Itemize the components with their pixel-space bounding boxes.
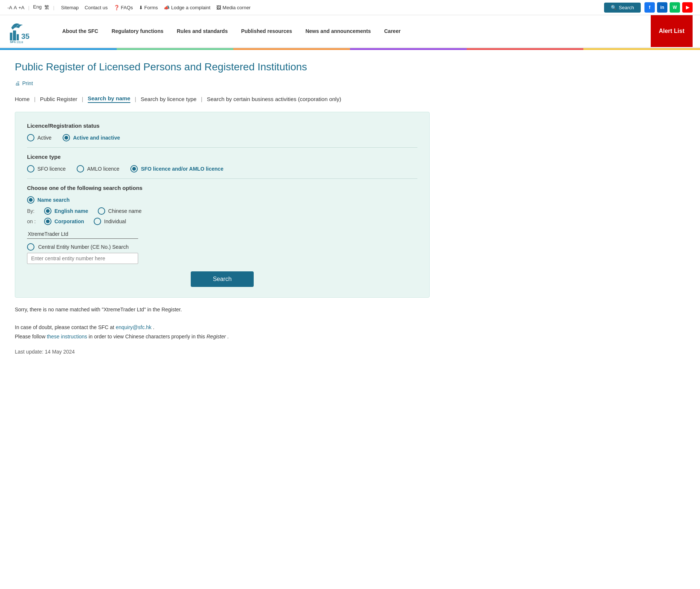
ce-search-input[interactable] xyxy=(27,253,138,264)
status-active-inactive-option[interactable]: Active and inactive xyxy=(63,134,120,141)
licence-type-section: Licence type SFO licence AMLO licence SF… xyxy=(27,154,417,173)
facebook-icon[interactable]: f xyxy=(644,2,655,13)
breadcrumb: Home | Public Register | Search by name … xyxy=(15,95,430,103)
chinese-name-option[interactable]: Chinese name xyxy=(98,207,141,215)
font-increase[interactable]: +A xyxy=(19,5,24,10)
chinese-name-radio[interactable] xyxy=(98,207,105,215)
forms-icon: ⬇ xyxy=(139,5,143,10)
licence-amlo-radio[interactable] xyxy=(77,165,84,173)
instructions-link[interactable]: these instructions xyxy=(47,334,87,339)
english-name-option[interactable]: English name xyxy=(44,207,88,215)
last-update: Last update: 14 May 2024 xyxy=(15,349,430,355)
lang-eng[interactable]: Eng xyxy=(33,4,41,11)
nav-color-bar xyxy=(0,48,700,50)
divider1 xyxy=(27,147,417,148)
by-row: By: English name Chinese name xyxy=(27,207,417,215)
status-radio-row: Active Active and inactive xyxy=(27,134,417,141)
language-switcher: Eng 繁 xyxy=(33,4,49,11)
licence-sfo-amlo-label: SFO licence and/or AMLO licence xyxy=(141,166,223,172)
media-icon: 🖼 xyxy=(216,5,221,10)
licence-type-radio-row: SFO licence AMLO licence SFO licence and… xyxy=(27,165,417,173)
licence-sfo-amlo-radio[interactable] xyxy=(130,165,138,173)
top-search-button[interactable]: 🔍 Search xyxy=(604,3,641,13)
breadcrumb-sep4: | xyxy=(201,96,203,102)
search-button[interactable]: Search xyxy=(191,271,254,287)
faq-icon: ❓ xyxy=(114,5,120,10)
svg-text:SFC: SFC xyxy=(10,40,16,44)
name-search-input[interactable] xyxy=(27,230,138,239)
divider2 xyxy=(27,178,417,179)
page-content: Public Register of Licensed Persons and … xyxy=(0,50,444,366)
page-title: Public Register of Licensed Persons and … xyxy=(15,61,430,73)
corporation-radio[interactable] xyxy=(44,218,51,225)
breadcrumb-home[interactable]: Home xyxy=(15,96,30,102)
contact-line1: In case of doubt, please contact the SFC… xyxy=(15,323,430,332)
svg-rect-2 xyxy=(17,34,19,40)
licence-amlo-option[interactable]: AMLO licence xyxy=(77,165,119,173)
utility-links: Sitemap Contact us ❓ FAQs ⬇ Forms 📣 Lodg… xyxy=(61,5,251,10)
sep2: | xyxy=(53,5,54,10)
nav-news[interactable]: News and announcements xyxy=(299,15,378,48)
status-active-radio[interactable] xyxy=(27,134,34,141)
result-message: Sorry, there is no name matched with "Xt… xyxy=(15,307,430,312)
corporation-option[interactable]: Corporation xyxy=(44,218,84,225)
search-options-label: Choose one of the following search optio… xyxy=(27,185,417,191)
breadcrumb-sep3: | xyxy=(135,96,136,102)
breadcrumb-search-name[interactable]: Search by name xyxy=(88,95,130,103)
ce-search-radio[interactable] xyxy=(27,243,34,251)
nav-regulatory[interactable]: Regulatory functions xyxy=(105,15,170,48)
forms-link[interactable]: ⬇ Forms xyxy=(139,5,158,10)
individual-option[interactable]: Individual xyxy=(94,218,126,225)
linkedin-icon[interactable]: in xyxy=(657,2,667,13)
contact-link[interactable]: Contact us xyxy=(85,5,108,10)
breadcrumb-search-licence[interactable]: Search by licence type xyxy=(141,96,197,102)
corporation-label: Corporation xyxy=(54,218,84,224)
nav-about[interactable]: About the SFC xyxy=(56,15,105,48)
nav-career[interactable]: Career xyxy=(377,15,407,48)
top-bar: -A A +A | Eng 繁 | Sitemap Contact us ❓ F… xyxy=(0,0,700,15)
search-options-section: Choose one of the following search optio… xyxy=(27,185,417,264)
logo[interactable]: 35 SFC 證監會 xyxy=(7,15,52,47)
individual-label: Individual xyxy=(104,218,126,224)
main-nav: 35 SFC 證監會 About the SFC Regulatory func… xyxy=(0,15,700,48)
print-link[interactable]: 🖨 Print xyxy=(15,80,430,86)
youtube-icon[interactable]: ▶ xyxy=(682,2,693,13)
email-link[interactable]: enquiry@sfc.hk xyxy=(116,324,151,330)
licence-sfo-amlo-option[interactable]: SFO licence and/or AMLO licence xyxy=(130,165,223,173)
ce-row: Central Entity Number (CE No.) Search xyxy=(27,243,417,251)
social-icons: f in W ▶ xyxy=(644,2,693,13)
faqs-link[interactable]: ❓ FAQs xyxy=(114,5,133,10)
status-active-option[interactable]: Active xyxy=(27,134,51,141)
svg-text:35: 35 xyxy=(21,32,30,40)
by-label: By: xyxy=(27,208,42,214)
alert-list-button[interactable]: Alert List xyxy=(651,15,693,47)
licence-sfo-label: SFO licence xyxy=(37,166,66,172)
on-label: on : xyxy=(27,218,42,224)
sitemap-link[interactable]: Sitemap xyxy=(61,5,79,10)
licence-type-label: Licence type xyxy=(27,154,417,160)
font-normal[interactable]: A xyxy=(14,5,17,10)
licence-sfo-option[interactable]: SFO licence xyxy=(27,165,66,173)
individual-radio[interactable] xyxy=(94,218,101,225)
name-search-radio[interactable] xyxy=(27,196,34,204)
status-active-inactive-radio[interactable] xyxy=(63,134,70,141)
breadcrumb-search-biz[interactable]: Search by certain business activities (c… xyxy=(207,96,341,102)
name-input-container xyxy=(27,230,417,239)
name-search-option[interactable]: Name search xyxy=(27,196,417,204)
english-name-radio[interactable] xyxy=(44,207,51,215)
media-link[interactable]: 🖼 Media corner xyxy=(216,5,251,10)
print-icon: 🖨 xyxy=(15,80,20,86)
on-row: on : Corporation Individual xyxy=(27,218,417,225)
licence-sfo-radio[interactable] xyxy=(27,165,34,173)
lodge-link[interactable]: 📣 Lodge a complaint xyxy=(164,5,210,10)
lodge-icon: 📣 xyxy=(164,5,170,10)
licence-status-label: Licence/Registration status xyxy=(27,123,417,129)
nav-rules[interactable]: Rules and standards xyxy=(170,15,234,48)
ce-search-label: Central Entity Number (CE No.) Search xyxy=(38,244,129,250)
nav-published[interactable]: Published resources xyxy=(234,15,299,48)
search-icon: 🔍 xyxy=(611,5,617,10)
breadcrumb-register[interactable]: Public Register xyxy=(40,96,77,102)
wechat-icon[interactable]: W xyxy=(670,2,680,13)
font-decrease[interactable]: -A xyxy=(7,5,12,10)
status-active-label: Active xyxy=(37,135,51,141)
